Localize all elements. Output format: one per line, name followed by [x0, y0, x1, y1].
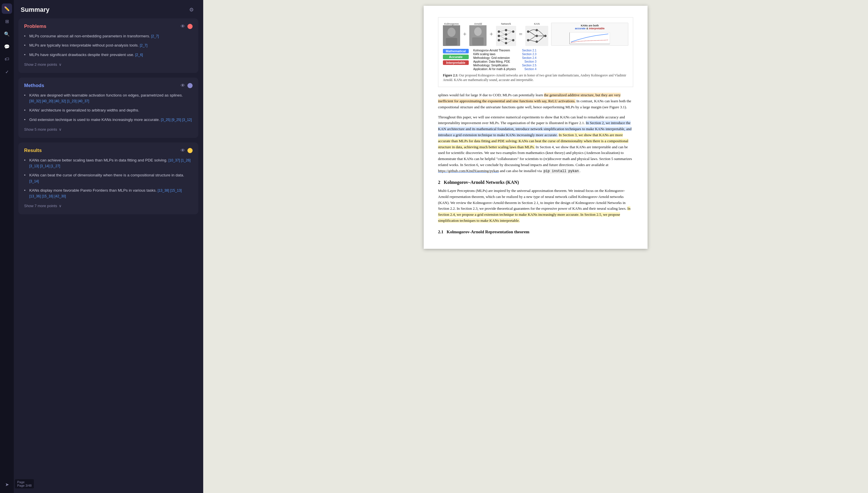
results-ref-3c[interactable]: [13_36]: [29, 194, 41, 198]
results-ref-3d[interactable]: [15_16]: [42, 194, 53, 198]
pdf-para-1: splines would fail for large N due to CO…: [438, 92, 633, 110]
methods-eye-icon[interactable]: 👁: [181, 83, 185, 88]
svg-point-8: [498, 39, 500, 41]
results-bullet-list: KANs can achieve better scaling laws tha…: [24, 157, 192, 199]
legend-text-1: Kolmogorov-Arnold Theorem: [473, 49, 510, 52]
svg-point-30: [544, 35, 547, 37]
svg-point-9: [505, 29, 507, 31]
pdf-para-3: Multi-Layer Perceptrons (MLPs) are inspi…: [438, 188, 633, 224]
chart-svg: [553, 31, 626, 45]
summary-header: Summary ⚙: [14, 0, 203, 18]
interpretable-btn: Interpretable: [443, 60, 469, 65]
svg-point-28: [535, 35, 538, 37]
results-title: Results: [24, 148, 42, 153]
results-ref-1c[interactable]: [3_13]: [29, 164, 39, 168]
results-bullet-2: KANs can beat the curse of dimensionalit…: [24, 172, 192, 184]
results-ref-1b[interactable]: [1_26]: [181, 158, 190, 162]
results-ref-3e[interactable]: [42_30]: [54, 194, 66, 198]
svg-point-25: [527, 30, 529, 33]
svg-line-20: [500, 40, 505, 43]
problems-title: Problems: [24, 24, 46, 29]
section-2-heading: 2 Kolmogorov–Arnold Networks (KAN): [438, 180, 633, 185]
methods-ref-1e[interactable]: [40_37]: [78, 99, 89, 103]
pen-button[interactable]: ✏️: [2, 3, 12, 14]
highlight-yellow-2: In Section 2.4, we propose a grid extens…: [438, 206, 630, 223]
results-ref-3a[interactable]: [13_38]: [158, 189, 169, 192]
problems-ref-3[interactable]: [2_6]: [135, 53, 143, 57]
methods-show-more-chevron: ∨: [59, 127, 62, 132]
pip-code: pip install pykan: [543, 169, 579, 173]
mathematical-btn: Mathematical: [443, 49, 469, 53]
kan-chart: KANs are bothaccurate & interpretable: [551, 23, 628, 46]
legend-entry-4: Application: Data fitting, PDE Section 3: [473, 60, 536, 63]
arnold-group: Arnold: [469, 22, 486, 46]
kolmogorov-group: Kolmogorov: [443, 22, 460, 46]
results-ref-2a[interactable]: [3_14]: [29, 179, 39, 183]
svg-line-16: [500, 31, 505, 35]
search-button[interactable]: 🔍: [2, 29, 12, 39]
results-ref-1e[interactable]: [1_27]: [50, 164, 60, 168]
problems-card-header: Problems 👁: [24, 24, 192, 29]
svg-line-22: [507, 31, 512, 35]
problems-header-right: 👁: [181, 24, 192, 29]
figure-caption: Figure 2.1: Our proposed Kolmogorov-Arno…: [443, 73, 628, 82]
summary-panel: Summary ⚙ Problems 👁 MLPs consume almost…: [14, 0, 203, 493]
svg-line-21: [507, 30, 512, 31]
send-button[interactable]: ➤: [2, 479, 12, 490]
problems-bullet-list: MLPs consume almost all non-embedding pa…: [24, 33, 192, 58]
figure-row-top: Kolmogorov + Arnold: [443, 22, 628, 46]
methods-show-more[interactable]: Show 5 more points ∨: [24, 126, 192, 133]
methods-card-header: Methods 👁: [24, 83, 192, 88]
methods-ref-3a[interactable]: [3_25]: [161, 118, 170, 122]
layers-button[interactable]: ⊞: [2, 16, 12, 26]
methods-bullet-list: KANs are designed with learnable activat…: [24, 92, 192, 123]
problems-bullet-2: MLPs are typically less interpretable wi…: [24, 43, 192, 48]
problems-show-more-chevron: ∨: [59, 62, 62, 67]
chat-button[interactable]: 💬: [2, 41, 12, 52]
methods-ref-3b[interactable]: [9_25]: [172, 118, 181, 122]
problems-ref-1[interactable]: [2_7]: [151, 34, 159, 38]
gear-button[interactable]: ⚙: [187, 5, 196, 14]
problems-show-more[interactable]: Show 2 more points ∨: [24, 61, 192, 68]
results-eye-icon[interactable]: 👁: [181, 148, 185, 153]
methods-show-more-label: Show 5 more points: [24, 127, 57, 132]
svg-point-29: [535, 41, 538, 43]
pdf-page: Kolmogorov + Arnold: [424, 6, 647, 249]
network-group: Network: [496, 22, 516, 46]
methods-ref-1a[interactable]: [30_32]: [29, 99, 41, 103]
legend-entry-6: Application: AI for math & physics Secti…: [473, 67, 536, 71]
plus-op-1: +: [463, 30, 466, 38]
problems-bullet-1: MLPs consume almost all non-embedding pa…: [24, 33, 192, 39]
svg-point-1: [448, 27, 456, 37]
results-show-more-chevron: ∨: [59, 204, 62, 208]
kan-network-diagram: [525, 26, 548, 46]
problems-ref-2[interactable]: [2_7]: [140, 43, 147, 47]
methods-bullet-1: KANs are designed with learnable activat…: [24, 92, 192, 104]
svg-point-6: [498, 30, 500, 33]
methods-ref-1c[interactable]: [40_32]: [54, 99, 66, 103]
methods-ref-1b[interactable]: [40_20]: [42, 99, 53, 103]
results-ref-3b[interactable]: [15_13]: [170, 189, 182, 192]
methods-color-dot: [187, 83, 192, 88]
figure-legend: Mathematical Accurate Interpretable Kolm…: [443, 49, 628, 71]
svg-rect-31: [570, 33, 610, 44]
equals-op: =: [519, 30, 522, 38]
pdf-area[interactable]: Kolmogorov + Arnold: [203, 0, 868, 493]
methods-header-right: 👁: [181, 83, 192, 88]
methods-ref-1d[interactable]: [1_23]: [67, 99, 76, 103]
problems-show-more-label: Show 2 more points: [24, 62, 57, 67]
summary-title: Summary: [21, 6, 49, 14]
results-bullet-3: KANs display more favorable Pareto Front…: [24, 188, 192, 199]
results-ref-1d[interactable]: [3_14]: [40, 164, 49, 168]
svg-line-15: [500, 30, 505, 31]
methods-title: Methods: [24, 83, 44, 88]
svg-point-4: [474, 27, 482, 36]
bookmark-button[interactable]: 🏷: [2, 54, 12, 64]
problems-eye-icon[interactable]: 👁: [181, 24, 185, 29]
methods-ref-3c[interactable]: [3_12]: [182, 118, 192, 122]
legend-text-2: KAN scaling laws: [473, 52, 496, 56]
results-ref-1a[interactable]: [10_37]: [168, 158, 180, 162]
results-show-more[interactable]: Show 7 more points ∨: [24, 202, 192, 209]
results-card: Results 👁 KANs can achieve better scalin…: [18, 143, 198, 215]
checkmark-button[interactable]: ✓: [2, 67, 12, 77]
